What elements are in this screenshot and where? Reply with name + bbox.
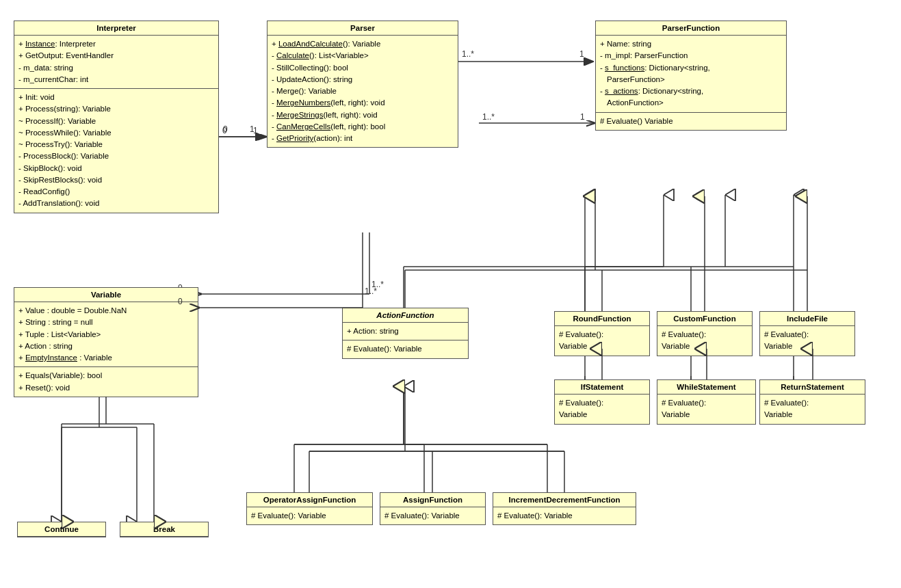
rf-m1: # Evaluate(): — [559, 329, 645, 340]
actionfunction-attrs: + Action: string — [343, 323, 468, 340]
ifstatement-methods: # Evaluate(): Variable — [555, 395, 649, 424]
parserfunction-attrs: + Name: string - m_impl: ParserFunction … — [596, 36, 786, 113]
assignfunction-title: AssignFunction — [380, 493, 485, 507]
parserfunction-class: ParserFunction + Name: string - m_impl: … — [595, 21, 787, 131]
continue-class: Continue — [17, 522, 106, 537]
is-m2: Variable — [559, 409, 645, 420]
var-attr5: + EmptyInstance : Variable — [18, 352, 194, 364]
whilestatement-methods: # Evaluate(): Variable — [657, 395, 755, 424]
operatorassign-title: OperatorAssignFunction — [247, 493, 372, 507]
interpreter-m10: - AddTranslation(): void — [18, 198, 214, 209]
var-attr1: + Value : double = Double.NaN — [18, 305, 194, 317]
interpreter-m7: - SkipBlock(): void — [18, 163, 214, 174]
interpreter-attr-4: - m_currentChar: int — [18, 74, 214, 85]
var-attr4: + Action : string — [18, 340, 194, 352]
break-class: Break — [120, 522, 209, 537]
pf-m1: # Evaluate() Variable — [600, 116, 782, 127]
interpreter-m6: - ProcessBlock(): Variable — [18, 150, 214, 162]
interpreter-m2: + Process(string): Variable — [18, 103, 214, 115]
svg-text:1..*: 1..* — [371, 280, 384, 289]
interpreter-m3: ~ ProcessIf(): Variable — [18, 116, 214, 127]
roundfunction-methods: # Evaluate(): Variable — [555, 326, 649, 356]
svg-text:1: 1 — [253, 126, 258, 135]
af-m1: # Evaluate(): Variable — [347, 343, 464, 355]
parser-title: Parser — [267, 21, 458, 36]
parser-m2: - Calculate(): List<Variable> — [272, 50, 454, 62]
continue-title: Continue — [18, 522, 105, 537]
pf-attr1: + Name: string — [600, 38, 782, 50]
svg-text:0: 0 — [223, 124, 228, 134]
ifstatement-class: IfStatement # Evaluate(): Variable — [554, 379, 650, 425]
operatorassign-class: OperatorAssignFunction # Evaluate(): Var… — [246, 492, 373, 525]
ws-m2: Variable — [662, 409, 751, 420]
parserfunction-methods: # Evaluate() Variable — [596, 113, 786, 130]
returnstatement-class: ReturnStatement # Evaluate(): Variable — [759, 379, 865, 425]
svg-text:1..*: 1..* — [462, 49, 474, 59]
parser-m4: - UpdateAction(): string — [272, 74, 454, 85]
includefile-class: IncludeFile # Evaluate(): Variable — [759, 311, 855, 356]
ws-m1: # Evaluate(): — [662, 397, 751, 409]
variable-methods: + Equals(Variable): bool + Reset(): void — [14, 367, 198, 397]
incrementdecrement-class: IncrementDecrementFunction # Evaluate():… — [493, 492, 636, 525]
af-attr1: + Action: string — [347, 325, 464, 337]
is-m1: # Evaluate(): — [559, 397, 645, 409]
svg-text:1..*: 1..* — [365, 286, 377, 296]
returnstatement-title: ReturnStatement — [760, 380, 865, 395]
cf-m2: Variable — [662, 340, 748, 352]
var-m1: + Equals(Variable): bool — [18, 370, 194, 382]
parser-m1: + LoadAndCalculate(): Variable — [272, 38, 454, 50]
svg-text:0: 0 — [222, 126, 227, 135]
interpreter-m4: ~ ProcessWhile(): Variable — [18, 127, 214, 139]
parserfunction-title: ParserFunction — [596, 21, 786, 36]
pf-attr3: - s_functions: Dictionary<string, — [600, 62, 782, 74]
customfunction-class: CustomFunction # Evaluate(): Variable — [657, 311, 753, 356]
roundfunction-class: RoundFunction # Evaluate(): Variable — [554, 311, 650, 356]
customfunction-methods: # Evaluate(): Variable — [657, 326, 752, 356]
var-attr2: + String : string = null — [18, 317, 194, 328]
if-m2: Variable — [764, 340, 850, 352]
svg-text:1: 1 — [579, 49, 584, 59]
asf-m1: # Evaluate(): Variable — [384, 510, 481, 522]
oaf-m1: # Evaluate(): Variable — [251, 510, 368, 522]
operatorassign-methods: # Evaluate(): Variable — [247, 507, 372, 524]
customfunction-title: CustomFunction — [657, 312, 752, 326]
assignfunction-class: AssignFunction # Evaluate(): Variable — [380, 492, 486, 525]
cf-m1: # Evaluate(): — [662, 329, 748, 340]
rf-m2: Variable — [559, 340, 645, 352]
actionfunction-class: ActionFunction + Action: string # Evalua… — [342, 308, 469, 359]
incrementdecrement-title: IncrementDecrementFunction — [493, 493, 636, 507]
interpreter-attr-1: + Instance: Interpreter — [18, 38, 214, 50]
interpreter-m1: + Init: void — [18, 92, 214, 103]
interpreter-attr-3: - m_data: string — [18, 62, 214, 74]
var-attr3: + Tuple : List<Variable> — [18, 329, 194, 340]
parser-m3: - StillCollecting(): bool — [272, 62, 454, 74]
ifstatement-title: IfStatement — [555, 380, 649, 395]
interpreter-m8: - SkipRestBlocks(): void — [18, 174, 214, 186]
parser-m7: - MergeStrings(left, right): void — [272, 109, 454, 121]
whilestatement-class: WhileStatement # Evaluate(): Variable — [657, 379, 756, 425]
uml-diagram: 0 1 1..* 1 1..* 0 — [0, 0, 901, 588]
svg-text:1: 1 — [250, 124, 254, 134]
actionfunction-title: ActionFunction — [343, 308, 468, 323]
if-m1: # Evaluate(): — [764, 329, 850, 340]
includefile-methods: # Evaluate(): Variable — [760, 326, 854, 356]
includefile-title: IncludeFile — [760, 312, 854, 326]
assignfunction-methods: # Evaluate(): Variable — [380, 507, 485, 524]
parser-methods: + LoadAndCalculate(): Variable - Calcula… — [267, 36, 458, 147]
pf-attr4b: ActionFunction> — [600, 97, 782, 109]
incrementdecrement-methods: # Evaluate(): Variable — [493, 507, 636, 524]
svg-text:1..*: 1..* — [482, 112, 495, 122]
idf-m1: # Evaluate(): Variable — [497, 510, 631, 522]
parser-m6: - MergeNumbers(left, right): void — [272, 97, 454, 109]
parser-class: Parser + LoadAndCalculate(): Variable - … — [267, 21, 458, 148]
pf-attr4: - s_actions: Dictionary<string, — [600, 85, 782, 97]
variable-title: Variable — [14, 288, 198, 302]
parser-m9: - GetPriority(action): int — [272, 133, 454, 144]
whilestatement-title: WhileStatement — [657, 380, 755, 395]
break-title: Break — [120, 522, 208, 537]
rs-m1: # Evaluate(): — [764, 397, 861, 409]
interpreter-attrs: + Instance: Interpreter + GetOutput: Eve… — [14, 36, 218, 89]
roundfunction-title: RoundFunction — [555, 312, 649, 326]
parser-m5: - Merge(): Variable — [272, 85, 454, 97]
pf-attr2: - m_impl: ParserFunction — [600, 50, 782, 62]
